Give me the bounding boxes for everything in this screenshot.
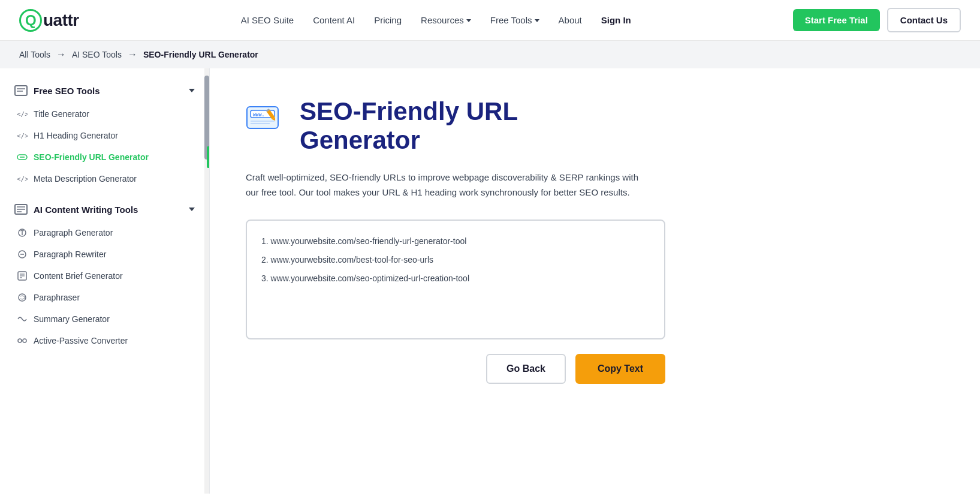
output-line-1: 1. www.yourwebsite.com/seo-friendly-url-… (261, 235, 650, 248)
breadcrumb: All Tools → AI SEO Tools → SEO-Friendly … (0, 41, 980, 68)
ai-content-tools-section-icon (14, 204, 28, 215)
start-free-trial-button[interactable]: Start Free Trial (793, 9, 880, 31)
paragraph-generator-icon (17, 229, 28, 237)
sidebar-item-paragraph-rewriter[interactable]: Paragraph Rewriter (0, 244, 209, 265)
tool-header: www. SEO-Friendly URLGenerator (246, 97, 713, 155)
sidebar-item-content-brief-generator[interactable]: Content Brief Generator (0, 265, 209, 287)
nav-sign-in[interactable]: Sign In (601, 15, 631, 25)
svg-rect-0 (15, 86, 27, 95)
tool-icon-wrap: www. (246, 100, 288, 136)
action-buttons: Go Back Copy Text (246, 354, 665, 384)
output-line-2: 2. www.yourwebsite.com/best-tool-for-seo… (261, 254, 650, 266)
logo[interactable]: Quattr (19, 9, 79, 32)
chevron-down-icon (535, 19, 539, 22)
url-generator-icon (17, 153, 28, 161)
free-seo-tools-section-icon (14, 85, 28, 96)
tool-description: Craft well-optimized, SEO-friendly URLs … (246, 170, 653, 200)
nav-resources[interactable]: Resources (421, 15, 471, 25)
svg-text:</>: </> (17, 110, 28, 118)
contact-us-button[interactable]: Contact Us (887, 8, 961, 32)
copy-text-button[interactable]: Copy Text (575, 354, 665, 384)
content-area: www. SEO-Friendly URLGenerator Craft wel… (210, 68, 749, 494)
sidebar-section-ai-content-tools[interactable]: AI Content Writing Tools (0, 197, 209, 222)
sidebar-item-seo-url-generator[interactable]: SEO-Friendly URL Generator (0, 146, 209, 168)
h1-heading-icon: </> (17, 131, 28, 140)
main-layout: Free SEO Tools </> Title Generator </> H… (0, 68, 980, 494)
sidebar-item-title-generator[interactable]: </> Title Generator (0, 103, 209, 125)
svg-text:</>: </> (17, 132, 28, 140)
breadcrumb-ai-seo-tools[interactable]: AI SEO Tools (72, 50, 122, 59)
main-nav: AI SEO Suite Content AI Pricing Resource… (241, 15, 631, 25)
logo-q-icon: Q (19, 9, 42, 32)
nav-about[interactable]: About (559, 15, 582, 25)
sidebar-section2-label: AI Content Writing Tools (14, 204, 138, 215)
url-tool-icon: www. (246, 100, 288, 136)
content-brief-icon (17, 272, 28, 280)
svg-text:www.: www. (253, 112, 264, 118)
nav-pricing[interactable]: Pricing (374, 15, 402, 25)
sidebar-section-free-seo-tools[interactable]: Free SEO Tools (0, 78, 209, 103)
output-line-3: 3. www.yourwebsite.com/seo-optimized-url… (261, 272, 650, 285)
sidebar-item-summary-generator[interactable]: Summary Generator (0, 308, 209, 330)
summary-generator-icon (17, 315, 28, 323)
breadcrumb-all-tools[interactable]: All Tools (19, 50, 50, 59)
breadcrumb-current-page: SEO-Friendly URL Generator (143, 50, 258, 59)
active-passive-converter-icon (17, 336, 28, 345)
active-indicator (207, 146, 209, 168)
chevron-down-icon (466, 19, 471, 22)
breadcrumb-arrow-2: → (128, 49, 137, 60)
tool-title: SEO-Friendly URLGenerator (300, 97, 518, 155)
header: Quattr AI SEO Suite Content AI Pricing R… (0, 0, 980, 41)
nav-ai-seo-suite[interactable]: AI SEO Suite (241, 15, 294, 25)
breadcrumb-arrow-1: → (56, 49, 66, 60)
go-back-button[interactable]: Go Back (486, 354, 566, 384)
title-generator-icon: </> (17, 110, 28, 118)
chevron-down-icon (189, 89, 195, 92)
sidebar-item-meta-description-generator[interactable]: </> Meta Description Generator (0, 168, 209, 190)
svg-point-21 (18, 339, 22, 342)
svg-text:</>: </> (17, 175, 28, 183)
sidebar-section-label: Free SEO Tools (14, 85, 100, 96)
paragraph-rewriter-icon (17, 250, 28, 258)
nav-content-ai[interactable]: Content AI (313, 15, 355, 25)
output-box: 1. www.yourwebsite.com/seo-friendly-url-… (246, 220, 665, 339)
logo-text: uattr (43, 11, 79, 30)
meta-description-icon: </> (17, 175, 28, 183)
svg-point-22 (23, 339, 26, 342)
sidebar-item-h1-heading-generator[interactable]: </> H1 Heading Generator (0, 125, 209, 146)
sidebar-item-paragraph-generator[interactable]: Paragraph Generator (0, 222, 209, 244)
sidebar-item-active-passive-converter[interactable]: Active-Passive Converter (0, 330, 209, 351)
nav-free-tools[interactable]: Free Tools (490, 15, 539, 25)
paraphraser-icon (17, 293, 28, 302)
chevron-down-icon (189, 208, 195, 211)
sidebar-item-paraphraser[interactable]: Paraphraser (0, 287, 209, 308)
header-actions: Start Free Trial Contact Us (793, 8, 961, 32)
sidebar: Free SEO Tools </> Title Generator </> H… (0, 68, 210, 494)
